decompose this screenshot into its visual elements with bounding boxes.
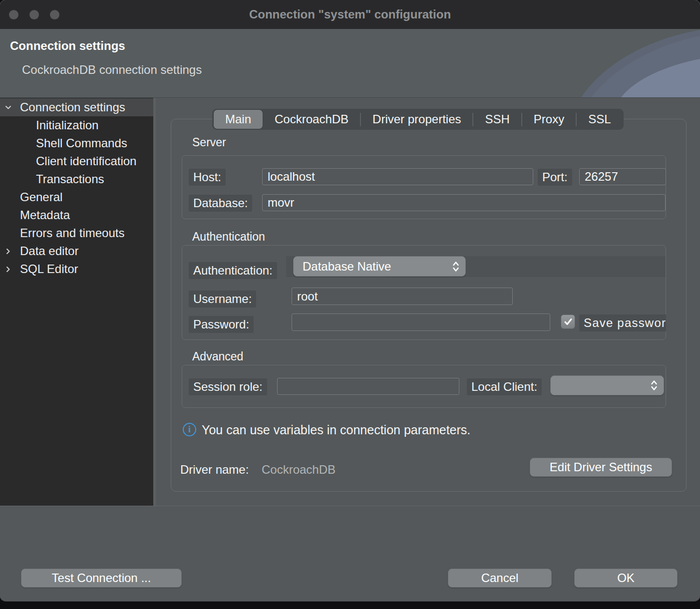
advanced-groupbox: Session role: Local Client: <box>182 365 666 408</box>
chevron-right-icon <box>4 248 12 255</box>
port-label: Port: <box>538 169 572 186</box>
tree-item-label: Client identification <box>0 154 136 168</box>
tree-item-data-editor[interactable]: Data editor <box>0 242 153 260</box>
database-input[interactable] <box>262 194 666 211</box>
dialog-body: Connection settings Initialization Shell… <box>0 97 700 506</box>
tree-item-transactions[interactable]: Transactions <box>0 170 153 188</box>
advanced-group-title: Advanced <box>192 350 243 363</box>
tree-item-metadata[interactable]: Metadata <box>0 206 153 224</box>
authentication-group-title: Authentication <box>192 230 265 244</box>
server-group-title: Server <box>192 136 226 149</box>
dialog-header: Connection settings CockroachDB connecti… <box>0 29 700 97</box>
driver-name-value: CockroachDB <box>262 463 336 477</box>
tree-item-label: Initialization <box>0 118 98 132</box>
tree-item-initialization[interactable]: Initialization <box>0 116 153 134</box>
window-controls <box>9 0 59 29</box>
tree-item-label: Metadata <box>0 208 70 222</box>
dialog-subtitle: CockroachDB connection settings <box>22 63 202 77</box>
authentication-groupbox: Authentication: Database Native Username… <box>182 245 666 340</box>
tree-item-sql-editor[interactable]: SQL Editor <box>0 260 153 278</box>
info-icon: i <box>183 423 196 436</box>
connection-dialog-window: Connection "system" configuration Connec… <box>0 0 700 601</box>
tree-item-label: Errors and timeouts <box>0 226 124 240</box>
tree-item-shell-commands[interactable]: Shell Commands <box>0 134 153 152</box>
save-password-checkbox[interactable] <box>561 314 575 329</box>
username-input[interactable] <box>292 288 513 305</box>
local-client-label: Local Client: <box>467 378 542 395</box>
close-window-button[interactable] <box>9 10 18 19</box>
authentication-label: Authentication: <box>189 262 277 279</box>
save-password-label-clip: Save password <box>579 314 666 331</box>
tree-item-label: Connection settings <box>0 100 125 114</box>
zoom-window-button[interactable] <box>50 10 59 19</box>
host-label: Host: <box>189 169 226 186</box>
content-panel: Main CockroachDB Driver properties SSH P… <box>156 98 700 506</box>
tab-ssh[interactable]: SSH <box>473 110 521 129</box>
password-input[interactable] <box>292 313 550 331</box>
tree-item-label: General <box>0 190 62 204</box>
chevron-down-icon <box>4 104 12 111</box>
tree-item-general[interactable]: General <box>0 188 153 206</box>
window-title: Connection "system" configuration <box>0 7 700 21</box>
decorative-swoosh-graphic <box>535 29 700 97</box>
session-role-input[interactable] <box>277 378 459 395</box>
select-arrows-icon <box>452 261 459 273</box>
titlebar: Connection "system" configuration <box>0 0 700 29</box>
password-label: Password: <box>189 316 254 333</box>
authentication-select-value: Database Native <box>294 260 448 274</box>
checkmark-icon <box>564 318 573 326</box>
variables-hint-text: You can use variables in connection para… <box>202 423 470 437</box>
settings-tree: Connection settings Initialization Shell… <box>0 98 153 506</box>
select-arrows-icon <box>651 379 658 391</box>
tree-item-errors-and-timeouts[interactable]: Errors and timeouts <box>0 224 153 242</box>
database-label: Database: <box>189 195 252 212</box>
tab-cockroachdb[interactable]: CockroachDB <box>263 110 360 129</box>
chevron-right-icon <box>4 266 12 273</box>
tab-main[interactable]: Main <box>214 110 263 129</box>
dialog-title: Connection settings <box>10 39 125 53</box>
port-input[interactable] <box>579 168 666 185</box>
tab-driver-properties[interactable]: Driver properties <box>361 110 472 129</box>
save-password-label: Save password <box>579 314 666 331</box>
authentication-select[interactable]: Database Native <box>293 256 466 277</box>
tab-proxy[interactable]: Proxy <box>522 110 576 129</box>
test-connection-button[interactable]: Test Connection ... <box>21 569 182 588</box>
tree-item-connection-settings[interactable]: Connection settings <box>0 98 153 116</box>
server-groupbox: Host: Port: Database: <box>182 155 666 219</box>
tree-item-label: Shell Commands <box>0 136 127 150</box>
main-tab-panel: Server Host: Port: Database: Authenticat… <box>171 119 687 492</box>
local-client-select[interactable] <box>550 375 664 395</box>
minimize-window-button[interactable] <box>29 10 39 19</box>
driver-name-label: Driver name: <box>180 463 249 477</box>
dialog-footer: Test Connection ... Cancel OK <box>0 506 700 601</box>
tab-bar: Main CockroachDB Driver properties SSH P… <box>212 109 624 130</box>
host-input[interactable] <box>262 168 533 185</box>
tree-item-label: Transactions <box>0 172 104 186</box>
ok-button[interactable]: OK <box>574 569 678 588</box>
tab-ssl[interactable]: SSL <box>577 110 622 129</box>
tree-item-client-identification[interactable]: Client identification <box>0 152 153 170</box>
edit-driver-settings-button[interactable]: Edit Driver Settings <box>530 458 672 477</box>
username-label: Username: <box>189 291 256 307</box>
cancel-button[interactable]: Cancel <box>448 569 552 588</box>
session-role-label: Session role: <box>189 378 267 395</box>
